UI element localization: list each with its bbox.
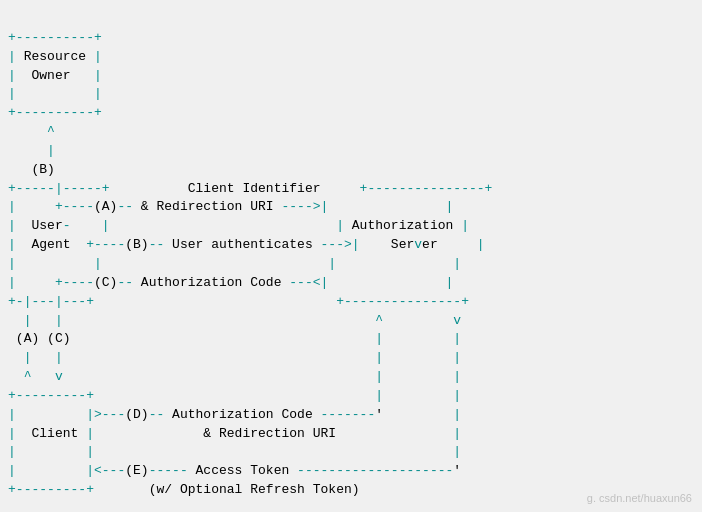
diagram-container: +----------+ | Resource | | Owner | | | … bbox=[0, 0, 702, 512]
diagram-text: +----------+ | Resource | | Owner | | | … bbox=[8, 30, 492, 497]
watermark: g. csdn.net/huaxun66 bbox=[587, 492, 692, 504]
